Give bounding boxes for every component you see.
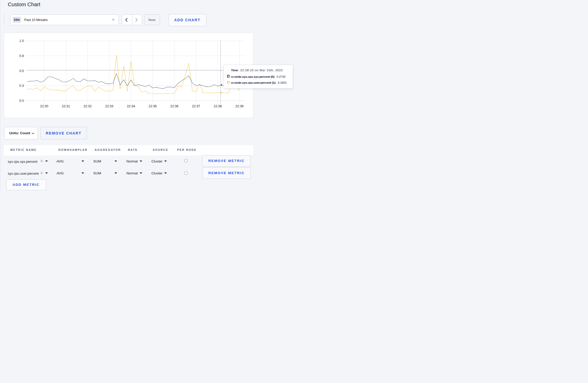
svg-text:22:38: 22:38 bbox=[214, 104, 222, 108]
svg-text:0.0: 0.0 bbox=[19, 99, 24, 103]
svg-text:22:34: 22:34 bbox=[127, 104, 135, 108]
svg-text:22:31: 22:31 bbox=[62, 104, 70, 108]
svg-text:22:32: 22:32 bbox=[83, 104, 92, 108]
svg-text:0.3: 0.3 bbox=[19, 84, 24, 88]
svg-text:22:30: 22:30 bbox=[40, 104, 48, 108]
svg-text:22:33: 22:33 bbox=[105, 104, 113, 108]
svg-text:22:39: 22:39 bbox=[235, 104, 243, 108]
svg-text:1.0: 1.0 bbox=[19, 39, 24, 43]
svg-text:22:36: 22:36 bbox=[170, 104, 178, 108]
svg-text:22:35: 22:35 bbox=[149, 104, 157, 108]
svg-text:0.8: 0.8 bbox=[19, 54, 24, 58]
svg-text:22:37: 22:37 bbox=[192, 104, 200, 108]
svg-text:0.5: 0.5 bbox=[19, 69, 24, 73]
